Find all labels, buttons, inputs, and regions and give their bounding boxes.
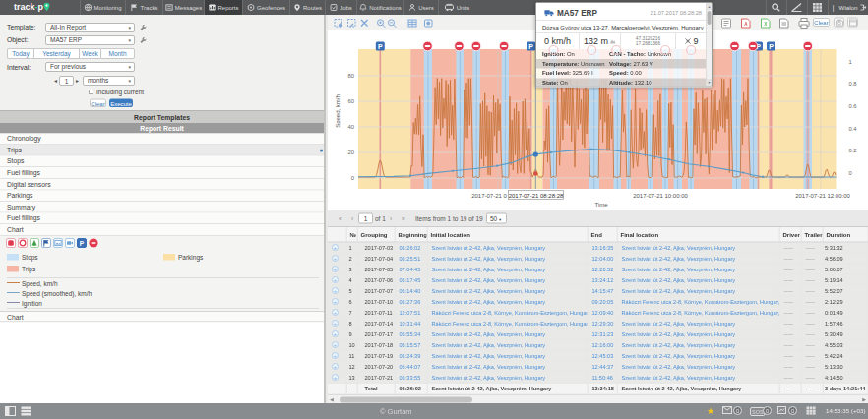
svg-text:P: P [769,43,774,50]
svg-text:2017-07-21 10:00:00: 2017-07-21 10:00:00 [633,193,688,199]
svg-text:P: P [80,239,85,246]
svg-text:2017-07-21 12:00:00: 2017-07-21 12:00:00 [795,193,850,199]
svg-text:0: 0 [849,170,852,176]
svg-text:0.8: 0.8 [849,81,857,87]
svg-text:1: 1 [849,59,852,65]
svg-text:2017-07-21 08:28:28: 2017-07-21 08:28:28 [509,193,564,199]
svg-text:0.6: 0.6 [849,103,857,109]
svg-text:2017-07-21 0: 2017-07-21 0 [471,193,507,199]
svg-text:P: P [528,43,533,50]
svg-text:0.4: 0.4 [849,126,858,132]
svg-text:0.2: 0.2 [849,148,857,153]
svg-text:Time: Time [594,202,608,208]
svg-text:60: 60 [348,98,354,104]
svg-text:40: 40 [348,124,354,130]
svg-text:P: P [378,43,383,50]
svg-text:0: 0 [351,175,354,181]
svg-text:20: 20 [348,150,354,155]
svg-text:80: 80 [348,73,354,79]
svg-text:Speed, km/h: Speed, km/h [335,94,341,128]
